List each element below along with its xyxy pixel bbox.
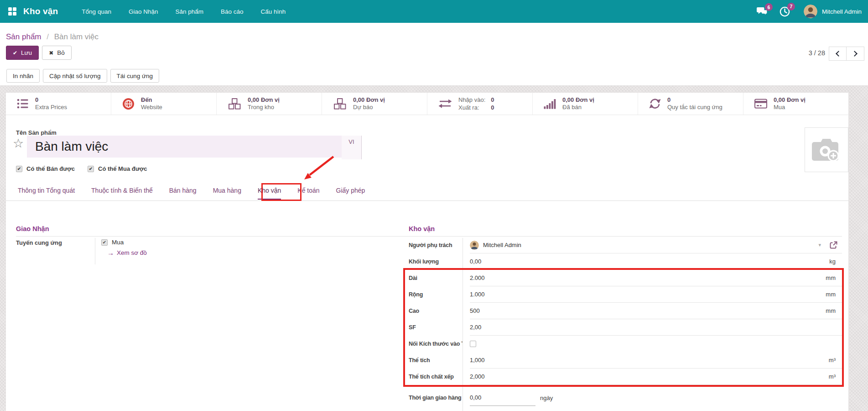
routes-field-row: Tuyến cung ứng ✔ Mua → Xem sơ đồ <box>16 238 349 264</box>
can-sell-checkbox[interactable]: ✔ Có thể Bán được <box>16 165 75 172</box>
notebook-tabs: Thông tin Tổng quát Thuộc tính & Biến th… <box>18 187 365 200</box>
tab-attributes-variants[interactable]: Thuộc tính & Biến thể <box>91 187 153 200</box>
activities-badge: 7 <box>787 3 795 11</box>
breadcrumb-products-link[interactable]: Sản phẩm <box>6 32 42 41</box>
apps-menu-icon[interactable] <box>8 7 16 16</box>
tab-licenses[interactable]: Giấy phép <box>336 187 365 200</box>
navbar-right: 6 7 Mitchell Admin <box>745 5 862 18</box>
weight-field-row: Khối lượng 0,00 kg <box>409 253 842 270</box>
stat-reordering-rules[interactable]: 0Quy tắc tái cung ứng <box>638 93 743 115</box>
action-buttons: In nhãn Cập nhật số lượng Tái cung ứng <box>6 69 159 83</box>
sf-field-row: SF 2,00 <box>409 319 842 336</box>
append-dimensions-field-row: Nối Kích thước vào Tên <box>409 336 842 352</box>
transfer-arrows-icon <box>438 98 452 110</box>
menu-overview[interactable]: Tổng quan <box>81 6 112 17</box>
control-panel: Sản phẩm / Bàn làm việc ✔ Lưu ✖ Bỏ 3 / 2… <box>0 23 868 86</box>
route-buy-checkbox[interactable]: ✔ Mua <box>101 239 147 246</box>
responsible-field-row: Người phụ trách Mitchell Admin ▾ <box>409 237 842 253</box>
breadcrumb-current: Bàn làm việc <box>54 32 99 41</box>
favorite-star-icon[interactable]: ☆ <box>13 137 24 150</box>
length-input[interactable]: 2.000 mm <box>470 270 842 286</box>
user-name[interactable]: Mitchell Admin <box>822 8 862 15</box>
sf-input[interactable]: 2,00 <box>470 319 842 336</box>
checkbox-checked-icon[interactable]: ✔ <box>101 239 108 246</box>
annotation-arrow <box>298 154 336 182</box>
tab-sales[interactable]: Bán hàng <box>169 187 197 200</box>
routes-label: Tuyến cung ứng <box>16 238 95 264</box>
width-field-row: Rộng 1.000 mm <box>409 286 842 303</box>
tab-accounting[interactable]: Kế toán <box>297 187 319 200</box>
activities-icon[interactable]: 7 <box>780 6 790 17</box>
checkbox-checked-icon[interactable]: ✔ <box>16 166 22 172</box>
operations-group-title: Giao Nhận <box>16 225 419 237</box>
form-buttons: ✔ Lưu ✖ Bỏ <box>6 46 72 60</box>
pager-counter: 3 / 28 <box>809 49 825 57</box>
bar-chart-icon <box>544 99 556 109</box>
responsible-input[interactable]: Mitchell Admin ▾ <box>470 237 842 253</box>
chevron-left-icon <box>836 51 842 57</box>
save-button[interactable]: ✔ Lưu <box>6 46 39 60</box>
form-sheet: 0Extra Prices ĐếnWebsite 0,00 <box>5 92 849 411</box>
view-diagram-link[interactable]: → Xem sơ đồ <box>107 249 147 256</box>
pager <box>829 47 864 61</box>
logistics-fields: Người phụ trách Mitchell Admin ▾ <box>409 237 842 406</box>
menu-products[interactable]: Sản phẩm <box>174 6 204 17</box>
logistics-group-title: Kho vận <box>409 225 842 237</box>
checkbox-unchecked-icon[interactable] <box>470 341 476 347</box>
discard-button[interactable]: ✖ Bỏ <box>42 46 72 60</box>
caret-down-icon[interactable]: ▾ <box>818 242 821 248</box>
stat-extra-prices[interactable]: 0Extra Prices <box>6 93 111 115</box>
routes-value: ✔ Mua → Xem sơ đồ <box>95 238 147 264</box>
stat-sold[interactable]: 0,00 Đơn vịĐã bán <box>533 93 638 115</box>
app-name[interactable]: Kho vận <box>23 6 58 16</box>
replenish-button[interactable]: Tái cung ứng <box>110 69 160 83</box>
refresh-icon <box>649 98 661 110</box>
pager-previous-button[interactable] <box>829 47 847 61</box>
cubes-icon <box>228 98 241 110</box>
external-link-icon[interactable] <box>829 241 837 249</box>
append-dimensions-value <box>470 336 842 352</box>
delivery-lead-time-field-row: Thời gian giao hàng 0,00 ngày <box>409 390 842 406</box>
print-labels-button[interactable]: In nhãn <box>6 69 40 83</box>
stat-forecasted[interactable]: 0,00 Đơn vịDự báo <box>322 93 427 115</box>
breadcrumb: Sản phẩm / Bàn làm việc <box>6 32 99 42</box>
tab-inventory[interactable]: Kho vận <box>258 187 281 200</box>
close-icon: ✖ <box>49 50 53 56</box>
stat-go-to-website[interactable]: ĐếnWebsite <box>111 93 217 115</box>
camera-plus-icon <box>811 137 842 163</box>
menu-operations[interactable]: Giao Nhận <box>128 6 159 17</box>
delivery-lead-time-input[interactable]: 0,00 <box>470 390 535 406</box>
product-name-label: Tên Sản phẩm <box>16 129 57 136</box>
messages-badge: 6 <box>765 3 773 11</box>
check-icon: ✔ <box>13 50 17 56</box>
language-tag[interactable]: VI <box>342 136 362 159</box>
can-buy-checkbox[interactable]: ✔ Có thể Mua được <box>88 165 147 172</box>
stat-on-hand[interactable]: 0,00 Đơn vịTrong kho <box>217 93 322 115</box>
update-quantity-button[interactable]: Cập nhật số lượng <box>43 69 107 83</box>
volume-field-row: Thể tích 1,000 m³ <box>409 352 842 369</box>
pager-next-button[interactable] <box>847 47 864 61</box>
tab-general-information[interactable]: Thông tin Tổng quát <box>18 187 75 200</box>
delivery-lead-time-value: 0,00 ngày <box>470 390 842 406</box>
volume-input[interactable]: 1,000 m³ <box>470 352 842 369</box>
breadcrumb-separator: / <box>47 32 49 41</box>
product-image-upload[interactable] <box>805 127 848 172</box>
stat-button-row: 0Extra Prices ĐếnWebsite 0,00 <box>6 93 848 115</box>
messages-icon[interactable]: 6 <box>757 7 768 16</box>
product-name-input[interactable]: Bàn làm việc <box>27 136 342 158</box>
height-input[interactable]: 500 mm <box>470 303 842 319</box>
user-avatar[interactable] <box>804 5 817 18</box>
menu-reporting[interactable]: Báo cáo <box>220 6 244 17</box>
tabs-divider <box>6 200 848 201</box>
stat-purchased[interactable]: 0,00 Đơn vịMua <box>743 93 848 115</box>
right-arrow-icon: → <box>107 249 114 256</box>
responsible-avatar <box>470 241 479 250</box>
credit-card-icon <box>754 99 767 109</box>
weight-input[interactable]: 0,00 kg <box>470 253 842 270</box>
width-input[interactable]: 1.000 mm <box>470 286 842 303</box>
menu-configuration[interactable]: Cấu hình <box>260 6 287 17</box>
tab-purchase[interactable]: Mua hàng <box>213 187 241 200</box>
checkbox-checked-icon[interactable]: ✔ <box>88 166 94 172</box>
stowage-volume-input[interactable]: 2,000 m³ <box>470 369 842 385</box>
stat-in-out[interactable]: Nhập vào:0 Xuất ra:0 <box>427 93 533 115</box>
